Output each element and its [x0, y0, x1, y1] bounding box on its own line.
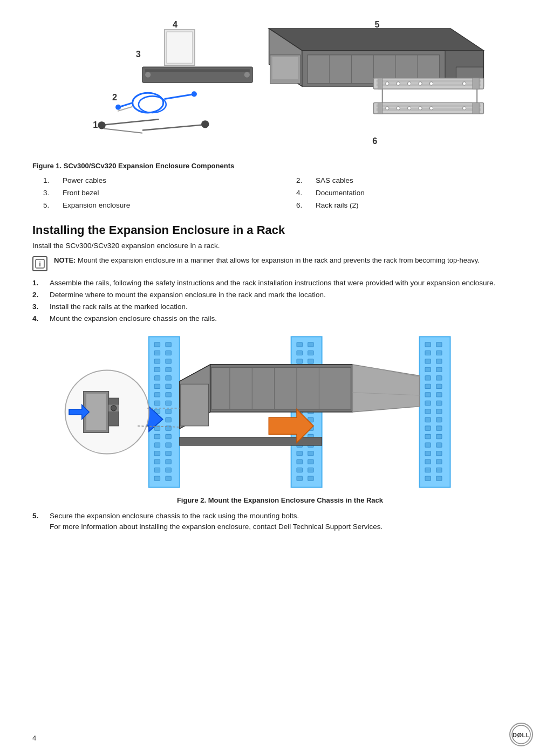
- svg-rect-130: [297, 476, 302, 481]
- svg-rect-103: [308, 359, 313, 363]
- svg-line-23: [104, 129, 142, 133]
- svg-rect-80: [166, 409, 171, 414]
- svg-rect-77: [154, 401, 160, 405]
- svg-text:4: 4: [173, 19, 177, 29]
- svg-rect-172: [211, 367, 351, 409]
- svg-rect-141: [425, 376, 431, 380]
- svg-point-52: [386, 107, 389, 110]
- svg-line-14: [120, 103, 132, 107]
- svg-rect-127: [308, 459, 313, 464]
- step5-section: 5. Secure the expansion enclosure chassi…: [32, 512, 528, 531]
- svg-point-56: [429, 107, 433, 110]
- svg-point-20: [98, 121, 105, 129]
- svg-rect-101: [308, 351, 313, 355]
- component-item-5: 5. Expansion enclosure: [43, 200, 275, 210]
- svg-rect-142: [436, 376, 442, 380]
- svg-rect-91: [154, 459, 160, 464]
- svg-rect-29: [272, 57, 298, 79]
- svg-rect-36: [373, 78, 483, 89]
- component-item-3: 3. Front bezel: [43, 188, 275, 198]
- svg-rect-146: [436, 393, 442, 397]
- figure1-diagram: 4 3 2 1 5 6: [32, 16, 528, 156]
- svg-rect-156: [436, 434, 442, 438]
- component-item-2: 2. SAS cables: [296, 175, 528, 186]
- svg-text:2: 2: [112, 92, 117, 102]
- svg-rect-66: [166, 351, 171, 355]
- svg-rect-150: [436, 409, 442, 414]
- svg-rect-153: [425, 426, 431, 430]
- svg-rect-98: [297, 342, 302, 347]
- svg-rect-89: [154, 451, 160, 455]
- component-label-4: Documentation: [316, 189, 365, 197]
- page-number: 4: [32, 734, 36, 742]
- step5-sub: For more information about installing th…: [50, 523, 528, 531]
- svg-rect-72: [166, 376, 171, 380]
- svg-rect-159: [425, 451, 431, 455]
- step5-line: 5. Secure the expansion enclosure chassi…: [32, 512, 528, 520]
- svg-point-43: [408, 82, 411, 85]
- component-item-4: 4. Documentation: [296, 188, 528, 198]
- page: 4 3 2 1 5 6: [0, 0, 560, 755]
- component-label-1: Power cables: [63, 176, 106, 184]
- svg-rect-163: [425, 468, 431, 472]
- svg-rect-148: [436, 401, 442, 405]
- svg-text:5: 5: [374, 19, 379, 29]
- svg-rect-134: [436, 342, 442, 347]
- svg-rect-86: [166, 434, 171, 438]
- svg-rect-76: [166, 393, 171, 397]
- svg-rect-133: [425, 342, 431, 347]
- component-label-5: Expansion enclosure: [63, 201, 130, 209]
- svg-rect-171: [181, 384, 209, 426]
- step-num-4: 4.: [32, 314, 43, 322]
- svg-rect-152: [436, 417, 442, 422]
- svg-rect-143: [425, 384, 431, 388]
- svg-line-21: [142, 125, 203, 130]
- svg-marker-178: [352, 365, 419, 412]
- component-item-6: 6. Rack rails (2): [296, 200, 528, 210]
- svg-rect-137: [425, 359, 431, 363]
- svg-rect-135: [425, 351, 431, 355]
- svg-point-15: [115, 105, 121, 110]
- svg-point-22: [201, 120, 209, 128]
- figure2-diagram: [32, 331, 528, 493]
- svg-rect-87: [154, 443, 160, 447]
- note-label: NOTE:: [54, 256, 76, 264]
- svg-marker-24: [269, 29, 484, 51]
- svg-rect-145: [425, 393, 431, 397]
- note-content: Mount the expansion enclosure in a manne…: [78, 256, 480, 264]
- svg-point-53: [397, 107, 400, 110]
- svg-point-42: [397, 82, 400, 85]
- svg-rect-75: [154, 393, 160, 397]
- step5-num: 5.: [32, 512, 43, 520]
- svg-rect-96: [166, 476, 171, 481]
- svg-rect-154: [436, 426, 442, 430]
- svg-point-57: [463, 107, 466, 110]
- svg-point-188: [111, 406, 117, 411]
- svg-rect-11: [145, 69, 250, 72]
- step-1: 1. Assemble the rails, following the saf…: [32, 279, 528, 287]
- step5-text: Secure the expansion enclosure chassis t…: [50, 512, 299, 520]
- svg-line-16: [165, 94, 192, 99]
- step-num-2: 2.: [32, 291, 43, 299]
- svg-rect-73: [154, 384, 160, 388]
- step-3: 3. Install the rack rails at the marked …: [32, 303, 528, 311]
- svg-rect-100: [297, 351, 302, 355]
- svg-rect-139: [425, 367, 431, 372]
- svg-rect-132: [420, 337, 450, 487]
- svg-rect-92: [166, 459, 171, 464]
- svg-rect-164: [436, 468, 442, 472]
- figure1-section: Figure 1. SCv300/SCv320 Expansion Enclos…: [32, 162, 528, 210]
- svg-rect-131: [308, 476, 313, 481]
- component-num-5: 5.: [43, 201, 54, 209]
- step-4: 4. Mount the expansion enclosure chassis…: [32, 314, 528, 322]
- svg-point-45: [429, 82, 433, 85]
- svg-text:6: 6: [372, 136, 377, 146]
- svg-point-46: [463, 82, 466, 85]
- svg-rect-160: [436, 451, 442, 455]
- svg-rect-155: [425, 434, 431, 438]
- component-item-1: 1. Power cables: [43, 175, 275, 186]
- svg-rect-71: [154, 376, 160, 380]
- svg-rect-149: [425, 409, 431, 414]
- note-box: i NOTE: Mount the expansion enclosure in…: [32, 256, 528, 271]
- svg-rect-82: [166, 417, 171, 422]
